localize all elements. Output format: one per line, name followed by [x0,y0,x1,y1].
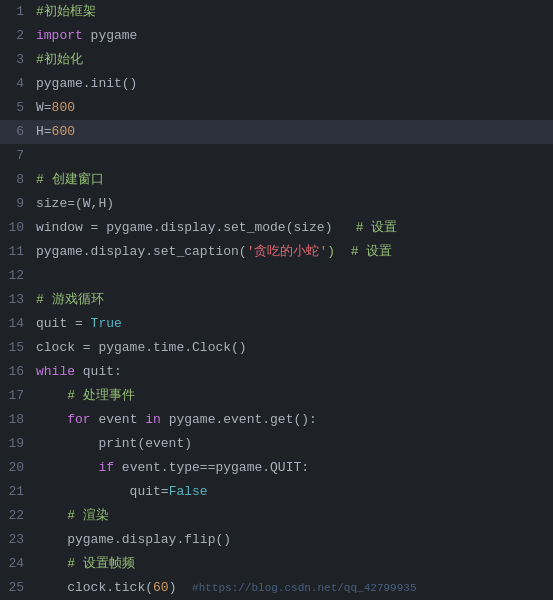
code-line: 11pygame.display.set_caption('贪吃的小蛇') # … [0,240,553,264]
line-number: 20 [0,460,36,475]
token: clock = pygame.time.Clock() [36,340,247,355]
token: ) # 设置 [327,244,392,259]
token: # 设置帧频 [36,556,135,571]
line-content: while quit: [36,361,553,383]
line-content: pygame.display.flip() [36,529,553,551]
token: 600 [52,124,75,139]
token: quit= [36,484,169,499]
line-content: pygame.init() [36,73,553,95]
line-content: quit = True [36,313,553,335]
token: pygame.display.set_caption( [36,244,247,259]
line-number: 12 [0,268,36,283]
code-line: 18 for event in pygame.event.get(): [0,408,553,432]
line-content: pygame.display.set_caption('贪吃的小蛇') # 设置 [36,241,553,263]
code-line: 3#初始化 [0,48,553,72]
token: # 创建窗口 [36,172,104,187]
token [36,412,67,427]
line-number: 25 [0,580,36,595]
token: pygame.init() [36,76,137,91]
token: #https://blog.csdn.net/qq_42799935 [192,582,416,594]
code-line: 21 quit=False [0,480,553,504]
line-number: 14 [0,316,36,331]
line-content: window = pygame.display.set_mode(size) #… [36,217,553,239]
token: in [145,412,168,427]
token: # 游戏循环 [36,292,104,307]
token: #初始化 [36,52,83,67]
token: quit = [36,316,91,331]
token: quit: [83,364,122,379]
token: ) [169,580,192,595]
line-number: 2 [0,28,36,43]
line-number: 21 [0,484,36,499]
code-line: 16while quit: [0,360,553,384]
line-number: 10 [0,220,36,235]
line-number: 11 [0,244,36,259]
line-content: clock.tick(60) #https://blog.csdn.net/qq… [36,577,553,599]
code-line: 12 [0,264,553,288]
line-number: 13 [0,292,36,307]
code-line: 2import pygame [0,24,553,48]
line-number: 17 [0,388,36,403]
line-content: size=(W,H) [36,193,553,215]
line-number: 19 [0,436,36,451]
code-line: 17 # 处理事件 [0,384,553,408]
line-content: #初始框架 [36,1,553,23]
code-line: 6H=600 [0,120,553,144]
token: print(event) [36,436,192,451]
token: clock.tick( [36,580,153,595]
token [36,460,98,475]
token: while [36,364,83,379]
token: #初始框架 [36,4,96,19]
line-content: print(event) [36,433,553,455]
code-line: 7 [0,144,553,168]
code-line: 13# 游戏循环 [0,288,553,312]
line-number: 7 [0,148,36,163]
token: 800 [52,100,75,115]
code-editor: 1#初始框架2import pygame3#初始化4pygame.init()5… [0,0,553,600]
line-content [36,145,553,167]
token: True [91,316,122,331]
token: H= [36,124,52,139]
token: # 处理事件 [36,388,135,403]
line-content: # 渲染 [36,505,553,527]
token: event.type==pygame.QUIT: [122,460,309,475]
line-content: # 设置帧频 [36,553,553,575]
code-line: 1#初始框架 [0,0,553,24]
line-content: #初始化 [36,49,553,71]
line-content: W=800 [36,97,553,119]
line-content: if event.type==pygame.QUIT: [36,457,553,479]
line-content: quit=False [36,481,553,503]
line-number: 8 [0,172,36,187]
code-line: 4pygame.init() [0,72,553,96]
line-number: 9 [0,196,36,211]
code-line: 22 # 渲染 [0,504,553,528]
line-number: 24 [0,556,36,571]
token: # 渲染 [36,508,109,523]
token: W= [36,100,52,115]
token: # 设置 [332,220,397,235]
line-content: import pygame [36,25,553,47]
line-content: clock = pygame.time.Clock() [36,337,553,359]
token: event [98,412,145,427]
token: 60 [153,580,169,595]
line-content: for event in pygame.event.get(): [36,409,553,431]
code-line: 9size=(W,H) [0,192,553,216]
line-number: 23 [0,532,36,547]
token: pygame [91,28,138,43]
line-number: 3 [0,52,36,67]
code-line: 15clock = pygame.time.Clock() [0,336,553,360]
code-line: 24 # 设置帧频 [0,552,553,576]
line-number: 6 [0,124,36,139]
line-number: 5 [0,100,36,115]
token: size=(W,H) [36,196,114,211]
line-content: # 游戏循环 [36,289,553,311]
line-number: 22 [0,508,36,523]
line-content [36,265,553,287]
code-line: 25 clock.tick(60) #https://blog.csdn.net… [0,576,553,600]
line-content: H=600 [36,121,553,143]
line-number: 15 [0,340,36,355]
code-line: 8# 创建窗口 [0,168,553,192]
token: pygame.event.get(): [169,412,317,427]
token: import [36,28,91,43]
code-line: 14quit = True [0,312,553,336]
